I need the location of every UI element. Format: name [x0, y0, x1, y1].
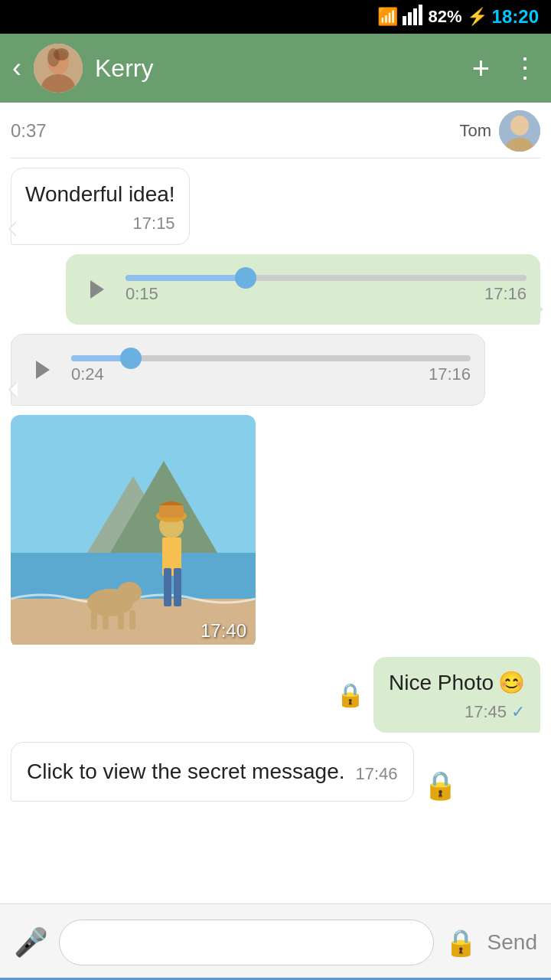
- svg-rect-3: [419, 5, 422, 25]
- input-bar: 🎤 🔒 Send: [0, 903, 551, 980]
- secret-meta: 17:46: [356, 764, 398, 784]
- contact-avatar[interactable]: [34, 44, 83, 93]
- lock-icon-outgoing: 🔒: [336, 681, 364, 708]
- incoming-text-bubble-1: Wonderful idea! 17:15: [11, 168, 190, 245]
- photo-bubble-1[interactable]: 17:40: [11, 415, 256, 648]
- svg-marker-13: [36, 361, 50, 379]
- svg-marker-12: [90, 280, 104, 299]
- time-display: 18:20: [492, 6, 539, 28]
- svg-point-10: [510, 116, 529, 136]
- signal-bars-icon: [403, 4, 424, 30]
- voice-time-row-1: 0:15 17:16: [126, 284, 527, 304]
- nice-photo-text: Nice Photo: [389, 668, 494, 697]
- svg-point-8: [54, 48, 69, 60]
- prev-message-row: 0:37 Tom: [11, 110, 540, 158]
- battery-icon: ⚡: [467, 7, 487, 27]
- message-meta-1: 17:15: [25, 214, 175, 234]
- voice-duration-1: 0:15: [126, 284, 158, 304]
- message-row-2: 0:15 17:16: [11, 254, 540, 325]
- outgoing-voice-bubble-1: 0:15 17:16: [66, 254, 540, 325]
- message-time-1: 17:15: [133, 214, 175, 234]
- add-button[interactable]: +: [472, 51, 490, 86]
- nice-photo-time: 17:45: [465, 702, 507, 722]
- contact-name: Kerry: [95, 54, 460, 83]
- lock-input-icon[interactable]: 🔒: [445, 927, 477, 958]
- voice-track-1[interactable]: [126, 275, 527, 281]
- prev-right: Tom: [459, 110, 540, 152]
- prev-name: Tom: [459, 121, 491, 141]
- back-button[interactable]: ‹: [12, 52, 21, 84]
- menu-button[interactable]: ⋮: [511, 52, 539, 84]
- play-button-2[interactable]: [25, 353, 59, 387]
- secret-text: Click to view the secret message.: [27, 756, 345, 786]
- message-row-3: 0:24 17:16: [11, 334, 540, 406]
- outgoing-nice-photo-bubble: Nice Photo 😊 17:45 ✓: [373, 657, 540, 733]
- message-text-1: Wonderful idea!: [25, 182, 175, 206]
- secret-lock-icon: 🔒: [423, 769, 458, 802]
- svg-rect-1: [408, 12, 412, 25]
- message-row-5: 🔒 Nice Photo 😊 17:45 ✓: [11, 657, 540, 733]
- incoming-voice-bubble-1: 0:24 17:16: [11, 334, 485, 406]
- chat-area: 0:37 Tom Wonderful idea! 17:15: [0, 103, 551, 903]
- voice-message-2: 0:24 17:16: [25, 345, 471, 394]
- svg-rect-30: [159, 505, 184, 518]
- voice-duration-2: 0:24: [71, 364, 104, 384]
- nice-photo-emoji: 😊: [498, 670, 525, 695]
- svg-rect-26: [103, 610, 109, 629]
- message-row-6: Click to view the secret message. 17:46 …: [11, 742, 540, 801]
- secret-message-bubble[interactable]: Click to view the secret message. 17:46: [11, 742, 414, 801]
- svg-point-24: [117, 582, 142, 603]
- svg-rect-27: [118, 610, 124, 629]
- voice-message-1: 0:15 17:16: [80, 265, 527, 314]
- text-input-wrap[interactable]: [59, 920, 434, 965]
- voice-track-2[interactable]: [71, 355, 471, 361]
- app-toolbar: ‹ Kerry + ⋮: [0, 34, 551, 103]
- svg-rect-0: [403, 16, 406, 25]
- svg-rect-22: [174, 568, 181, 606]
- prev-duration: 0:37: [11, 120, 47, 142]
- photo-time-1: 17:40: [201, 620, 246, 642]
- message-row-1: Wonderful idea! 17:15: [11, 168, 540, 245]
- battery-percent: 82%: [429, 7, 462, 27]
- mic-button[interactable]: 🎤: [14, 926, 48, 959]
- wifi-icon: 📶: [377, 7, 398, 27]
- toolbar-actions: + ⋮: [472, 51, 539, 86]
- message-input[interactable]: [73, 930, 419, 954]
- play-button-1[interactable]: [80, 273, 113, 306]
- status-bar: 📶 82% ⚡ 18:20: [0, 0, 551, 34]
- svg-rect-2: [413, 8, 417, 25]
- secret-time: 17:46: [356, 764, 398, 784]
- send-button[interactable]: Send: [487, 930, 537, 955]
- svg-rect-21: [164, 568, 171, 606]
- svg-rect-25: [91, 610, 97, 629]
- message-row-4: 17:40: [11, 415, 540, 648]
- voice-timestamp-2: 17:16: [429, 364, 471, 384]
- svg-rect-28: [129, 610, 135, 629]
- prev-avatar: [499, 110, 540, 152]
- nice-photo-check: ✓: [511, 702, 525, 722]
- nice-photo-meta: 17:45 ✓: [389, 702, 525, 722]
- signal-icons: 📶 82% ⚡ 18:20: [377, 4, 539, 30]
- voice-timestamp-1: 17:16: [484, 284, 527, 304]
